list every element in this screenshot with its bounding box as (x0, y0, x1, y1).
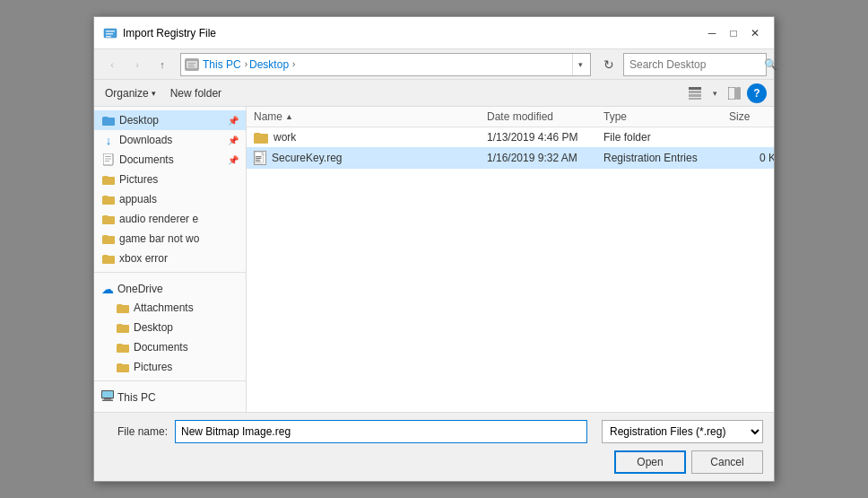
svg-rect-10 (689, 91, 701, 93)
open-button[interactable]: Open (614, 450, 686, 474)
sidebar-item-documents2[interactable]: Documents (94, 337, 246, 357)
filetype-select[interactable]: Registration Files (*.reg) All Files (*.… (602, 420, 763, 443)
cancel-button[interactable]: Cancel (691, 450, 763, 474)
sidebar-documents2-label: Documents (134, 341, 188, 354)
filetype-container: Registration Files (*.reg) All Files (*.… (602, 420, 763, 443)
back-button[interactable]: ‹ (101, 54, 123, 75)
preview-icon (728, 87, 741, 100)
breadcrumb-desktop-label: Desktop (249, 58, 289, 71)
maximize-button[interactable]: □ (724, 23, 743, 43)
sidebar-gamebar-label: game bar not wo (119, 232, 199, 245)
help-button[interactable]: ? (747, 83, 767, 103)
file-row-work[interactable]: work 1/13/2019 4:46 PM File folder (247, 127, 774, 147)
new-folder-button[interactable]: New folder (167, 85, 225, 101)
sidebar-attachments-label: Attachments (134, 301, 194, 314)
pin-icon-downloads: 📌 (228, 135, 239, 145)
view-dropdown-button[interactable]: ▾ (707, 83, 722, 104)
file-row-securekey[interactable]: SecureKey.reg 1/16/2019 9:32 AM Registra… (247, 147, 774, 169)
col-header-date[interactable]: Date modified (487, 110, 603, 123)
sidebar-item-xbox[interactable]: xbox error (94, 249, 246, 268)
search-input[interactable] (629, 58, 764, 71)
file-type-securekey: Registration Entries (603, 152, 729, 164)
breadcrumb-desktop[interactable]: Desktop › (249, 58, 297, 71)
sidebar-item-gamebar[interactable]: game bar not wo (94, 229, 246, 249)
sidebar-item-pictures2[interactable]: Pictures (94, 357, 246, 377)
col-header-name[interactable]: Name ▲ (254, 110, 487, 123)
svg-rect-19 (105, 161, 109, 162)
sidebar-item-desktop2[interactable]: Desktop (94, 318, 246, 337)
sidebar-section-onedrive[interactable]: ☁ OneDrive (94, 276, 246, 298)
svg-rect-12 (689, 98, 701, 100)
sidebar-item-attachments[interactable]: Attachments (94, 298, 246, 318)
file-size-securekey: 0 KB (729, 152, 774, 164)
footer-filename-row: File name: Registration Files (*.reg) Al… (105, 420, 763, 443)
view-details-icon (689, 87, 701, 100)
sidebar-downloads-label: Downloads (119, 134, 172, 146)
sidebar-item-documents[interactable]: Documents 📌 (94, 150, 246, 170)
svg-rect-14 (736, 87, 741, 100)
organize-button[interactable]: Organize ▾ (101, 85, 160, 101)
close-button[interactable]: ✕ (745, 23, 765, 43)
search-box[interactable]: 🔍 (623, 53, 767, 76)
sidebar-section-thispc[interactable]: This PC (94, 385, 246, 406)
organize-dropdown-icon: ▾ (152, 89, 156, 98)
gamebar-folder-icon (101, 232, 116, 246)
organize-label: Organize (105, 87, 149, 100)
new-folder-label: New folder (170, 87, 221, 100)
svg-rect-17 (105, 156, 111, 157)
svg-rect-9 (689, 87, 701, 90)
svg-rect-8 (188, 66, 195, 67)
preview-pane-button[interactable] (724, 83, 745, 104)
appuals-folder-icon (101, 192, 116, 206)
pin-icon-documents: 📌 (228, 155, 239, 165)
file-header: Name ▲ Date modified Type Size (247, 107, 774, 127)
svg-rect-28 (256, 158, 262, 159)
address-bar[interactable]: This PC › Desktop › ▾ (180, 53, 591, 76)
window-controls: ─ □ ✕ (702, 23, 765, 43)
sidebar-audio-label: audio renderer e (119, 213, 198, 225)
pictures2-folder-icon (116, 360, 130, 374)
sidebar-item-downloads[interactable]: ↓ Downloads 📌 (94, 130, 246, 150)
navigation-toolbar: ‹ › ↑ This PC › Desktop › (94, 49, 774, 80)
sidebar-item-pictures[interactable]: Pictures (94, 170, 246, 189)
sidebar-pictures-label: Pictures (119, 173, 158, 186)
svg-rect-18 (105, 159, 111, 160)
refresh-button[interactable]: ↻ (598, 54, 620, 75)
sidebar-desktop-label: Desktop (119, 114, 159, 127)
footer-buttons-row: Open Cancel (105, 450, 763, 474)
sidebar-item-desktop[interactable]: Desktop 📌 (94, 110, 246, 130)
file-date-securekey: 1/16/2019 9:32 AM (487, 152, 603, 164)
minimize-button[interactable]: ─ (702, 23, 722, 43)
svg-rect-6 (188, 63, 195, 64)
thispc-icon (101, 390, 114, 404)
sidebar-item-audio[interactable]: audio renderer e (94, 209, 246, 229)
col-header-size[interactable]: Size (729, 110, 774, 123)
svg-rect-13 (728, 87, 735, 100)
svg-rect-23 (102, 400, 113, 402)
svg-rect-7 (188, 65, 194, 66)
svg-rect-22 (104, 398, 111, 400)
file-name-securekey: SecureKey.reg (254, 151, 487, 165)
pictures-folder-icon (101, 172, 116, 187)
action-bar: Organize ▾ New folder ▾ (94, 80, 774, 107)
footer: File name: Registration Files (*.reg) Al… (94, 412, 774, 481)
filename-input[interactable] (175, 420, 587, 443)
breadcrumb: This PC › Desktop › (185, 58, 572, 71)
breadcrumb-thispc[interactable]: This PC › (203, 58, 249, 71)
address-dropdown-button[interactable]: ▾ (572, 54, 586, 75)
svg-rect-30 (256, 161, 261, 162)
xbox-folder-icon (101, 251, 116, 266)
import-registry-dialog: Import Registry File ─ □ ✕ ‹ › ↑ This P (93, 16, 775, 482)
svg-rect-11 (689, 94, 701, 97)
up-button[interactable]: ↑ (152, 54, 173, 75)
attachments-folder-icon (116, 301, 130, 315)
filename-label: File name: (105, 425, 168, 438)
view-details-button[interactable] (684, 83, 706, 104)
dialog-icon (103, 26, 117, 40)
forward-button[interactable]: › (126, 54, 148, 75)
svg-rect-1 (106, 31, 115, 32)
sidebar-item-appuals[interactable]: appuals (94, 189, 246, 209)
col-header-type[interactable]: Type (603, 110, 729, 123)
file-type-work: File folder (603, 131, 729, 144)
sidebar-documents-label: Documents (119, 153, 174, 166)
